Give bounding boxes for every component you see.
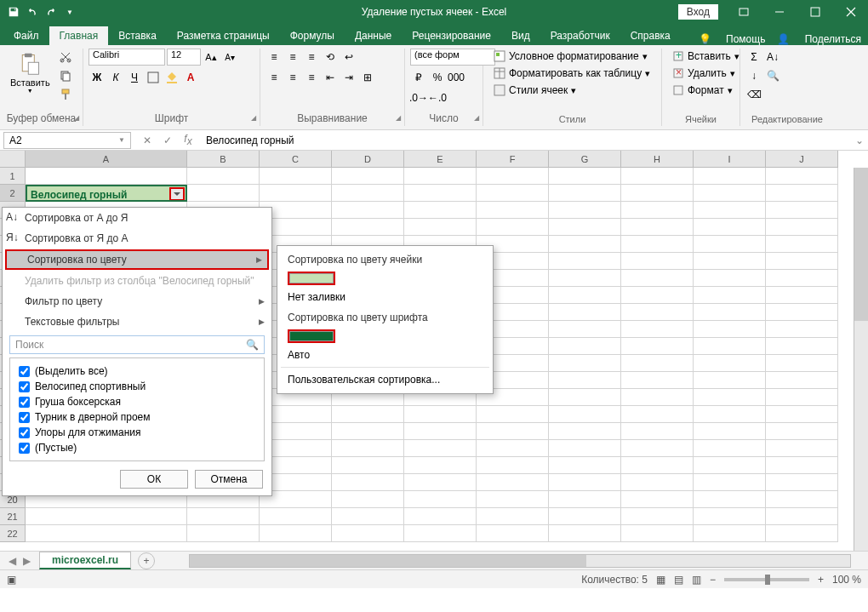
row-header-2[interactable]: 2 bbox=[0, 185, 26, 202]
cell-A21[interactable] bbox=[26, 508, 187, 525]
cell-J3[interactable] bbox=[766, 202, 838, 219]
cell-E16[interactable] bbox=[404, 423, 477, 440]
italic-icon[interactable]: К bbox=[107, 69, 124, 86]
cell-D4[interactable] bbox=[332, 219, 404, 236]
filter-by-color-item[interactable]: Фильтр по цвету▶ bbox=[3, 291, 271, 312]
font-color-icon[interactable]: А bbox=[182, 69, 199, 86]
cell-J22[interactable] bbox=[766, 525, 838, 542]
signin-button[interactable]: Вход bbox=[678, 4, 718, 20]
tab-file[interactable]: Файл bbox=[3, 26, 49, 45]
view-layout-icon[interactable]: ▤ bbox=[674, 574, 683, 586]
sheet-tab[interactable]: microexcel.ru bbox=[39, 552, 131, 569]
cell-G2[interactable] bbox=[549, 185, 621, 202]
expand-formula-icon[interactable]: ⌄ bbox=[851, 134, 868, 146]
cell-G14[interactable] bbox=[549, 389, 621, 406]
align-middle-icon[interactable]: ≡ bbox=[284, 49, 301, 66]
cell-J21[interactable] bbox=[766, 508, 838, 525]
cell-J14[interactable] bbox=[766, 389, 838, 406]
cell-F21[interactable] bbox=[477, 508, 549, 525]
add-sheet-button[interactable]: + bbox=[138, 552, 155, 569]
cell-A22[interactable] bbox=[26, 525, 187, 542]
cell-H16[interactable] bbox=[621, 423, 694, 440]
cell-D17[interactable] bbox=[332, 440, 404, 457]
cell-H6[interactable] bbox=[621, 253, 694, 270]
cell-C2[interactable] bbox=[260, 185, 332, 202]
col-header-H[interactable]: H bbox=[621, 151, 694, 168]
cell-H7[interactable] bbox=[621, 270, 694, 287]
insert-cells-button[interactable]: +Вставить ▾ bbox=[667, 49, 745, 64]
filter-cancel-button[interactable]: Отмена bbox=[195, 470, 263, 489]
cell-F20[interactable] bbox=[477, 491, 549, 508]
cell-F2[interactable] bbox=[477, 185, 549, 202]
cell-D19[interactable] bbox=[332, 474, 404, 491]
cell-E3[interactable] bbox=[404, 202, 477, 219]
orientation-icon[interactable]: ⟲ bbox=[322, 49, 339, 66]
row-header-1[interactable]: 1 bbox=[0, 168, 26, 185]
format-as-table-button[interactable]: Форматировать как таблицу ▾ bbox=[488, 66, 655, 81]
col-header-F[interactable]: F bbox=[477, 151, 549, 168]
cell-H4[interactable] bbox=[621, 219, 694, 236]
cell-F18[interactable] bbox=[477, 457, 549, 474]
cell-G9[interactable] bbox=[549, 304, 621, 321]
cell-G15[interactable] bbox=[549, 406, 621, 423]
borders-icon[interactable] bbox=[145, 69, 162, 86]
delete-cells-button[interactable]: ×Удалить ▾ bbox=[667, 66, 740, 81]
conditional-formatting-button[interactable]: Условное форматирование ▾ bbox=[488, 49, 653, 64]
check-item-1[interactable]: Велосипед спортивный bbox=[19, 379, 255, 394]
redo-icon[interactable] bbox=[43, 3, 60, 20]
cell-I4[interactable] bbox=[694, 219, 766, 236]
cell-C21[interactable] bbox=[260, 508, 332, 525]
cell-J1[interactable] bbox=[766, 168, 838, 185]
cell-E18[interactable] bbox=[404, 457, 477, 474]
tab-view[interactable]: Вид bbox=[501, 26, 540, 45]
fill-color-icon[interactable] bbox=[163, 69, 180, 86]
formula-input[interactable] bbox=[201, 132, 851, 149]
sort-by-color-item[interactable]: Сортировка по цвету▶ bbox=[5, 249, 269, 270]
cell-J8[interactable] bbox=[766, 287, 838, 304]
col-header-C[interactable]: C bbox=[260, 151, 332, 168]
swatch-font-color[interactable] bbox=[288, 329, 335, 343]
cell-D16[interactable] bbox=[332, 423, 404, 440]
increase-font-icon[interactable]: A▴ bbox=[203, 49, 220, 66]
sort-za-item[interactable]: Я↓Сортировка от Я до А bbox=[3, 228, 271, 249]
check-select-all[interactable]: (Выделить все) bbox=[19, 363, 255, 379]
cell-D18[interactable] bbox=[332, 457, 404, 474]
cell-I18[interactable] bbox=[694, 457, 766, 474]
cell-G13[interactable] bbox=[549, 372, 621, 389]
comma-icon[interactable]: 000 bbox=[448, 69, 465, 86]
cell-B1[interactable] bbox=[187, 168, 260, 185]
currency-icon[interactable]: ₽ bbox=[410, 69, 427, 86]
check-item-3[interactable]: Турник в дверной проем bbox=[19, 409, 255, 425]
tab-help[interactable]: Справка bbox=[620, 26, 681, 45]
cell-H18[interactable] bbox=[621, 457, 694, 474]
cell-J11[interactable] bbox=[766, 338, 838, 355]
cell-E21[interactable] bbox=[404, 508, 477, 525]
cell-H17[interactable] bbox=[621, 440, 694, 457]
tab-developer[interactable]: Разработчик bbox=[540, 26, 620, 45]
increase-decimal-icon[interactable]: .0→ bbox=[410, 89, 427, 106]
cell-G3[interactable] bbox=[549, 202, 621, 219]
cell-E1[interactable] bbox=[404, 168, 477, 185]
cell-I15[interactable] bbox=[694, 406, 766, 423]
cut-icon[interactable] bbox=[57, 49, 74, 66]
cell-G12[interactable] bbox=[549, 355, 621, 372]
cell-F17[interactable] bbox=[477, 440, 549, 457]
cell-D22[interactable] bbox=[332, 525, 404, 542]
filter-dropdown-icon[interactable] bbox=[169, 187, 185, 201]
cell-E4[interactable] bbox=[404, 219, 477, 236]
cell-J16[interactable] bbox=[766, 423, 838, 440]
zoom-level[interactable]: 100 % bbox=[832, 574, 861, 586]
cell-I16[interactable] bbox=[694, 423, 766, 440]
view-normal-icon[interactable]: ▦ bbox=[656, 574, 665, 586]
col-header-G[interactable]: G bbox=[549, 151, 621, 168]
cell-G10[interactable] bbox=[549, 321, 621, 338]
minimize-icon[interactable] bbox=[762, 0, 797, 24]
close-icon[interactable] bbox=[834, 0, 868, 24]
check-item-4[interactable]: Упоры для отжимания bbox=[19, 425, 255, 440]
view-break-icon[interactable]: ▥ bbox=[692, 574, 701, 586]
cell-J6[interactable] bbox=[766, 253, 838, 270]
cell-I5[interactable] bbox=[694, 236, 766, 253]
filter-ok-button[interactable]: ОК bbox=[120, 470, 188, 489]
cell-G8[interactable] bbox=[549, 287, 621, 304]
cell-E22[interactable] bbox=[404, 525, 477, 542]
